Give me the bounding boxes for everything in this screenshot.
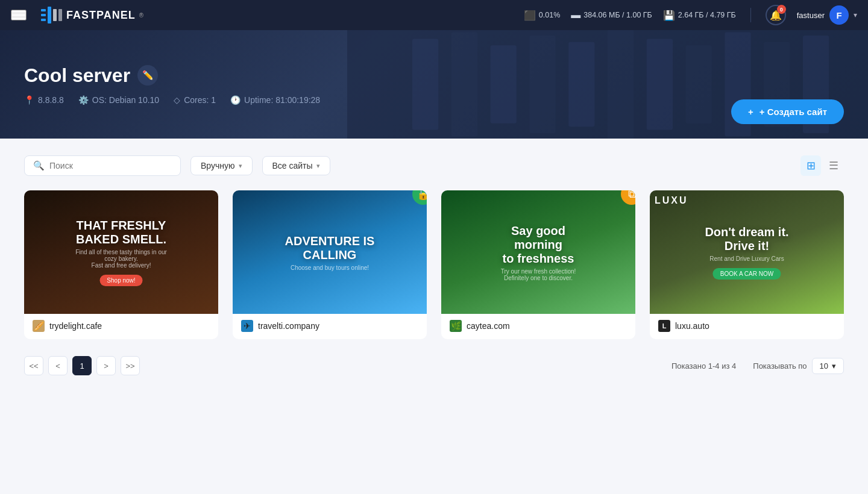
uptime-value: Uptime: 81:00:19:28 xyxy=(244,95,320,105)
notifications-button[interactable]: 🔔 0 xyxy=(766,5,786,25)
site-thumbnail-caytea: ⧉ Say good morningto freshness Try our n… xyxy=(441,190,635,314)
site-name-trydelight: 🥖 trydelight.cafe xyxy=(24,314,218,339)
ip-meta: 📍 8.8.8.8 xyxy=(24,95,64,105)
pagination-row: << < 1 > >> Показано 1-4 из 4 Показывать… xyxy=(24,356,844,375)
sites-grid: THAT FRESHLYBAKED SMELL. Find all of the… xyxy=(24,190,844,339)
clock-icon: 🕐 xyxy=(230,95,241,105)
next-page-button[interactable]: > xyxy=(96,356,116,375)
site-domain-caytea: caytea.com xyxy=(467,321,510,331)
hero-banner: Cool server ✏️ 📍 8.8.8.8 ⚙️ OS: Debian 1… xyxy=(0,30,868,139)
per-page-select[interactable]: 10 ▾ xyxy=(812,358,844,374)
filter-chevron-down-icon: ▾ xyxy=(316,162,320,170)
list-view-button[interactable]: ☰ xyxy=(823,155,844,176)
sort-filter-button[interactable]: Вручную ▾ xyxy=(190,156,253,175)
location-icon: 📍 xyxy=(24,95,34,105)
site-favicon-luxu: L xyxy=(658,320,670,332)
site-favicon-travelti: ✈ xyxy=(241,320,253,332)
showing-text: Показано 1-4 из 4 xyxy=(671,361,736,370)
site-name-luxu: L luxu.auto xyxy=(650,314,844,339)
search-box[interactable]: 🔍 xyxy=(24,155,181,176)
prev-page-label: < xyxy=(55,361,60,370)
user-menu[interactable]: fastuser F ▾ xyxy=(797,5,857,25)
sort-chevron-down-icon: ▾ xyxy=(239,162,242,170)
ip-value: 8.8.8.8 xyxy=(38,95,64,105)
site-thumbnail-luxu: Don't dream it.Drive it! Rent and Drive … xyxy=(650,190,844,314)
copy-badge-caytea: ⧉ xyxy=(621,190,635,205)
os-meta: ⚙️ OS: Debian 10.10 xyxy=(78,95,159,105)
site-card-luxu[interactable]: Don't dream it.Drive it! Rent and Drive … xyxy=(650,190,844,339)
main-content: 🔍 Вручную ▾ Все сайты ▾ ⊞ ☰ THAT FRES xyxy=(0,139,868,392)
site-domain-travelti: travelti.company xyxy=(258,321,319,331)
list-icon: ☰ xyxy=(829,159,838,172)
pencil-icon: ✏️ xyxy=(142,70,154,81)
search-filter-row: 🔍 Вручную ▾ Все сайты ▾ ⊞ ☰ xyxy=(24,155,844,176)
hero-content: Cool server ✏️ 📍 8.8.8.8 ⚙️ OS: Debian 1… xyxy=(24,64,320,105)
create-site-button[interactable]: + + Создать сайт xyxy=(731,99,844,124)
search-icon: 🔍 xyxy=(33,160,45,171)
username-label: fastuser xyxy=(797,11,825,20)
svg-rect-4 xyxy=(53,9,57,21)
cpu-stat: ⬛ 0.01% xyxy=(524,10,560,21)
logo-text: FASTPANEL xyxy=(66,9,136,22)
logo-reg: ® xyxy=(139,12,143,19)
ram-value: 384.06 МБ / 1.00 ГБ xyxy=(583,11,652,19)
grid-icon: ⊞ xyxy=(807,159,816,172)
site-name-caytea: 🌿 caytea.com xyxy=(441,314,635,339)
diamond-icon: ◇ xyxy=(174,95,180,105)
svg-rect-3 xyxy=(48,7,51,23)
site-favicon-caytea: 🌿 xyxy=(450,320,462,332)
site-favicon-trydelight: 🥖 xyxy=(33,320,45,332)
prev-page-button[interactable]: < xyxy=(48,356,68,375)
cpu-icon: ⬛ xyxy=(524,10,536,21)
edit-server-name-button[interactable]: ✏️ xyxy=(137,65,158,86)
filter-label: Все сайты xyxy=(272,161,313,170)
cores-value: Cores: 1 xyxy=(184,95,216,105)
create-site-label: + Создать сайт xyxy=(760,107,827,117)
svg-rect-5 xyxy=(58,9,62,21)
site-thumbnail-travelti: 🔒 ADVENTURE ISCALLING Choose and buy tou… xyxy=(233,190,427,314)
cpu-value: 0.01% xyxy=(539,11,560,19)
logo-icon xyxy=(41,7,63,23)
site-card-caytea[interactable]: ⧉ Say good morningto freshness Try our n… xyxy=(441,190,635,339)
settings-icon: ⚙️ xyxy=(78,95,89,105)
search-input[interactable] xyxy=(49,161,172,170)
disk-value: 2.64 ГБ / 4.79 ГБ xyxy=(678,11,736,19)
os-value: OS: Debian 10.10 xyxy=(92,95,159,105)
svg-rect-1 xyxy=(41,14,46,16)
site-card-trydelight[interactable]: THAT FRESHLYBAKED SMELL. Find all of the… xyxy=(24,190,218,339)
per-page-value: 10 xyxy=(820,361,828,370)
nav-divider xyxy=(750,8,751,22)
logo-area: FASTPANEL® xyxy=(41,7,143,23)
uptime-meta: 🕐 Uptime: 81:00:19:28 xyxy=(230,95,320,105)
last-page-label: >> xyxy=(125,361,134,370)
chevron-down-icon: ▾ xyxy=(854,11,857,19)
first-page-label: << xyxy=(29,361,38,370)
site-domain-luxu: luxu.auto xyxy=(675,321,709,331)
ram-icon: ▬ xyxy=(571,10,580,20)
first-page-button[interactable]: << xyxy=(24,356,43,375)
site-name-travelti: ✈ travelti.company xyxy=(233,314,427,339)
disk-icon: 💾 xyxy=(663,10,675,21)
sites-filter-button[interactable]: Все сайты ▾ xyxy=(262,156,330,175)
per-page-label: Показывать по xyxy=(753,361,807,370)
per-page-chevron-icon: ▾ xyxy=(832,361,836,370)
view-toggle: ⊞ ☰ xyxy=(800,155,844,176)
hamburger-menu[interactable] xyxy=(11,10,27,20)
site-domain-trydelight: trydelight.cafe xyxy=(49,321,102,331)
svg-rect-2 xyxy=(41,19,46,21)
user-avatar: F xyxy=(829,5,849,25)
server-name-title: Cool server xyxy=(24,64,130,87)
current-page-button[interactable]: 1 xyxy=(72,356,92,375)
grid-view-button[interactable]: ⊞ xyxy=(800,155,821,176)
top-navbar: FASTPANEL® ⬛ 0.01% ▬ 384.06 МБ / 1.00 ГБ… xyxy=(0,0,868,30)
hero-title-row: Cool server ✏️ xyxy=(24,64,320,87)
hero-meta: 📍 8.8.8.8 ⚙️ OS: Debian 10.10 ◇ Cores: 1… xyxy=(24,95,320,105)
site-card-travelti[interactable]: 🔒 ADVENTURE ISCALLING Choose and buy tou… xyxy=(233,190,427,339)
cores-meta: ◇ Cores: 1 xyxy=(174,95,216,105)
plus-icon: + xyxy=(748,107,753,117)
site-thumbnail-trydelight: THAT FRESHLYBAKED SMELL. Find all of the… xyxy=(24,190,218,314)
last-page-button[interactable]: >> xyxy=(121,356,140,375)
ssl-badge-travelti: 🔒 xyxy=(412,190,427,205)
notification-badge: 0 xyxy=(777,5,786,14)
nav-stats: ⬛ 0.01% ▬ 384.06 МБ / 1.00 ГБ 💾 2.64 ГБ … xyxy=(524,5,857,25)
